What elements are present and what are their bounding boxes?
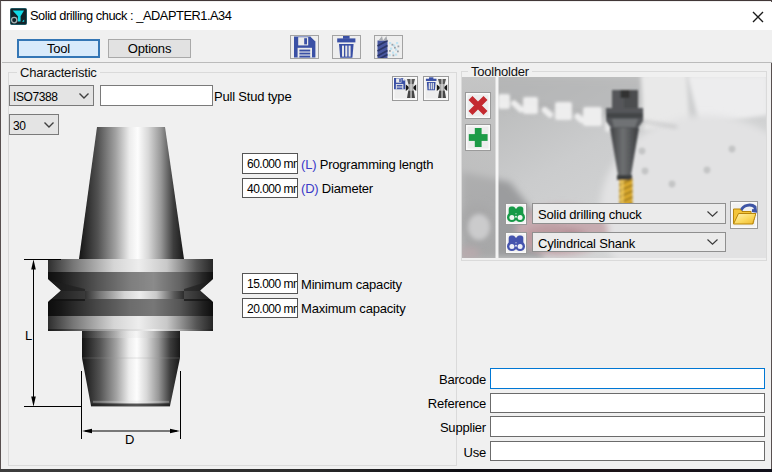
svg-text:D: D <box>125 432 134 447</box>
svg-text:L: L <box>25 328 32 343</box>
